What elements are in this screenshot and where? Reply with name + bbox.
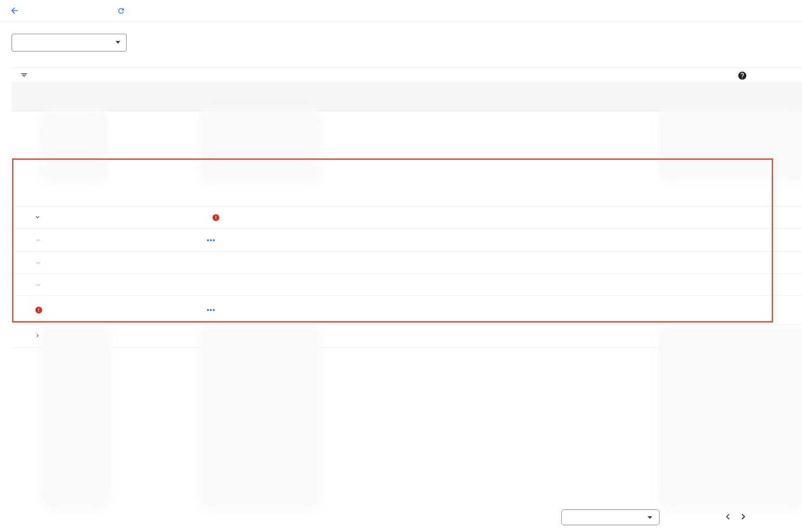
param-row-errormessage [12,296,802,324]
redaction-blur [44,162,103,178]
string-type-icon [36,262,40,264]
redaction-blur [663,114,802,177]
filter-icon [20,71,28,79]
dropdown-caret-icon [116,41,120,44]
dropdown-caret-icon [647,516,652,519]
pagination-bar [0,506,802,532]
filter-bar[interactable] [12,67,802,82]
redaction-blur [204,332,316,505]
app-bar [0,0,802,22]
param-row-commonerrorcode [12,252,802,274]
redaction-blur [44,116,103,154]
execution-logs-page [0,0,802,532]
refresh-icon [117,7,125,15]
param-row-resturl [12,229,802,252]
task-attempt-row [12,207,802,229]
previous-page-button[interactable] [722,511,734,522]
back-button[interactable] [8,4,21,17]
chevron-down-icon[interactable] [34,214,42,221]
redaction-blur [204,162,317,178]
region-select[interactable] [12,34,127,52]
chevron-right-icon[interactable] [34,332,42,340]
request-parameters-section [12,181,802,207]
expanded-detail [12,181,802,348]
next-page-button[interactable] [737,511,749,522]
help-icon[interactable] [737,71,747,80]
redaction-blur [45,332,106,505]
redaction-blur [663,332,802,505]
arrow-back-icon [10,6,19,15]
table-header [12,82,802,111]
refresh-logs-button[interactable] [117,0,127,21]
failed-icon [212,213,220,221]
redaction-blur [204,115,317,155]
more-icon[interactable] [207,309,215,311]
string-type-icon [36,239,40,241]
more-icon[interactable] [207,239,215,241]
string-type-icon [36,284,40,286]
items-per-page-select[interactable] [561,509,660,525]
error-icon [35,306,43,314]
param-row-failedtasknumber [12,274,802,296]
